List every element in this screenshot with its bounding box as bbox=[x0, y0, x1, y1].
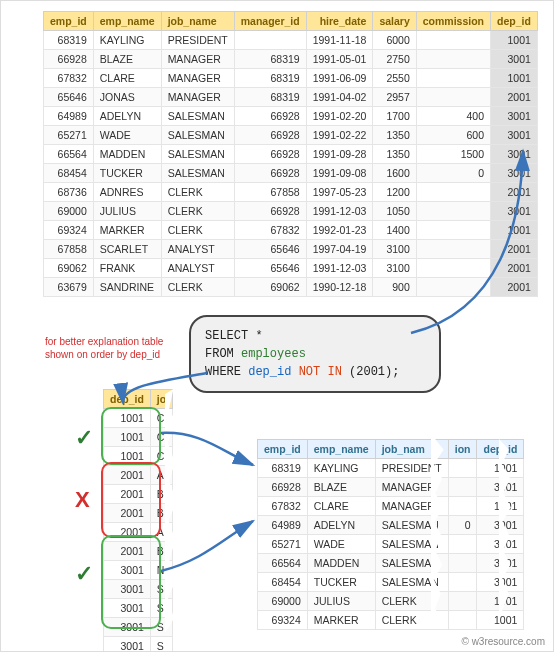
table-row: 68319KAYLINGPRESIDENT1991-11-1860001001 bbox=[44, 31, 538, 50]
table-cell: 67858 bbox=[44, 240, 94, 259]
table-cell: 1991-12-03 bbox=[306, 202, 373, 221]
table-cell: 65271 bbox=[44, 126, 94, 145]
table-cell bbox=[448, 535, 477, 554]
table-cell: ADELYN bbox=[93, 107, 161, 126]
table-cell: JULIUS bbox=[93, 202, 161, 221]
table-cell: CLERK bbox=[161, 202, 234, 221]
table-cell: WADE bbox=[93, 126, 161, 145]
table-cell bbox=[448, 478, 477, 497]
table-cell: 68454 bbox=[258, 573, 308, 592]
table-cell: 67832 bbox=[258, 497, 308, 516]
table-cell: MADDEN bbox=[307, 554, 375, 573]
table-cell bbox=[448, 573, 477, 592]
table-cell: 3001 bbox=[491, 164, 538, 183]
table-cell: 68454 bbox=[44, 164, 94, 183]
table-cell: PRESIDENT bbox=[161, 31, 234, 50]
table-cell: 68319 bbox=[258, 459, 308, 478]
table-row: 68454TUCKERSALESMAN3001 bbox=[258, 573, 524, 592]
table-cell: 1001 bbox=[491, 69, 538, 88]
table-cell bbox=[448, 554, 477, 573]
table-cell: 1991-09-08 bbox=[306, 164, 373, 183]
table-cell: 0 bbox=[448, 516, 477, 535]
table-cell: CLERK bbox=[161, 221, 234, 240]
table-cell: 1997-05-23 bbox=[306, 183, 373, 202]
table-row: 69324MARKERCLERK678321992-01-2314001001 bbox=[44, 221, 538, 240]
table-cell: BLAZE bbox=[93, 50, 161, 69]
table-cell bbox=[416, 202, 490, 221]
column-header: emp_name bbox=[93, 12, 161, 31]
table-row: 65271WADESALESMAN669281991-02-2213506003… bbox=[44, 126, 538, 145]
table-cell: 2750 bbox=[373, 50, 416, 69]
table-cell: SANDRINE bbox=[93, 278, 161, 297]
table-cell bbox=[416, 50, 490, 69]
table-cell: 1200 bbox=[373, 183, 416, 202]
check-icon: ✓ bbox=[75, 561, 93, 587]
table-cell: 2001 bbox=[491, 183, 538, 202]
table-cell: 1001 bbox=[491, 221, 538, 240]
table-cell: MADDEN bbox=[93, 145, 161, 164]
table-cell: 64989 bbox=[258, 516, 308, 535]
table-cell: TUCKER bbox=[307, 573, 375, 592]
cross-icon: X bbox=[75, 487, 90, 513]
table-cell: 1991-06-09 bbox=[306, 69, 373, 88]
table-cell: MARKER bbox=[93, 221, 161, 240]
table-cell: 63679 bbox=[44, 278, 94, 297]
table-cell: 1991-04-02 bbox=[306, 88, 373, 107]
table-cell bbox=[416, 183, 490, 202]
column-header: hire_date bbox=[306, 12, 373, 31]
column-header: emp_id bbox=[44, 12, 94, 31]
table-cell: ANALYST bbox=[161, 259, 234, 278]
table-cell: 6000 bbox=[373, 31, 416, 50]
table-cell bbox=[416, 240, 490, 259]
table-cell: 1350 bbox=[373, 145, 416, 164]
table-row: 1001C bbox=[104, 447, 173, 466]
table-cell bbox=[416, 221, 490, 240]
table-cell: 2001 bbox=[491, 88, 538, 107]
column-header: emp_name bbox=[307, 440, 375, 459]
table-row: 66928BLAZEMANAGER3001 bbox=[258, 478, 524, 497]
table-cell: 2957 bbox=[373, 88, 416, 107]
table-cell: 65646 bbox=[234, 259, 306, 278]
table-cell: 66928 bbox=[234, 107, 306, 126]
table-cell: MANAGER bbox=[161, 50, 234, 69]
table-row: 68319KAYLINGPRESIDENT1001 bbox=[258, 459, 524, 478]
table-cell: 900 bbox=[373, 278, 416, 297]
table-cell: 69062 bbox=[234, 278, 306, 297]
table-row: 69000JULIUSCLERK1001 bbox=[258, 592, 524, 611]
table-cell bbox=[416, 31, 490, 50]
table-row: 2001B bbox=[104, 504, 173, 523]
table-cell: 1001 bbox=[104, 409, 151, 428]
table-cell: 3100 bbox=[373, 240, 416, 259]
table-cell: SALESMAN bbox=[161, 145, 234, 164]
table-cell: 64989 bbox=[44, 107, 94, 126]
table-cell: 2001 bbox=[104, 485, 151, 504]
table-cell: 65271 bbox=[258, 535, 308, 554]
table-row: 64989ADELYNSALESMAN669281991-02-20170040… bbox=[44, 107, 538, 126]
table-row: 1001C bbox=[104, 428, 173, 447]
table-cell: 66928 bbox=[258, 478, 308, 497]
table-cell: SALESMAN bbox=[161, 126, 234, 145]
table-cell: 66928 bbox=[44, 50, 94, 69]
table-cell: 3001 bbox=[104, 561, 151, 580]
table-cell: 1400 bbox=[373, 221, 416, 240]
table-cell: 69000 bbox=[258, 592, 308, 611]
table-cell: BLAZE bbox=[307, 478, 375, 497]
check-icon: ✓ bbox=[75, 425, 93, 451]
table-cell: 2550 bbox=[373, 69, 416, 88]
table-cell: 1991-09-28 bbox=[306, 145, 373, 164]
table-cell: WADE bbox=[307, 535, 375, 554]
table-row: 3001S bbox=[104, 637, 173, 653]
table-row: 68736ADNRESCLERK678581997-05-2312002001 bbox=[44, 183, 538, 202]
table-cell: 1001 bbox=[104, 428, 151, 447]
column-header: emp_id bbox=[258, 440, 308, 459]
table-cell: JULIUS bbox=[307, 592, 375, 611]
table-row: 2001A bbox=[104, 466, 173, 485]
table-row: 2001B bbox=[104, 485, 173, 504]
table-cell: 1990-12-18 bbox=[306, 278, 373, 297]
column-header: dep_id bbox=[491, 12, 538, 31]
table-cell bbox=[448, 611, 477, 630]
table-cell: 68736 bbox=[44, 183, 94, 202]
table-cell: CLARE bbox=[307, 497, 375, 516]
table-row: 66928BLAZEMANAGER683191991-05-0127503001 bbox=[44, 50, 538, 69]
table-cell: 2001 bbox=[104, 504, 151, 523]
